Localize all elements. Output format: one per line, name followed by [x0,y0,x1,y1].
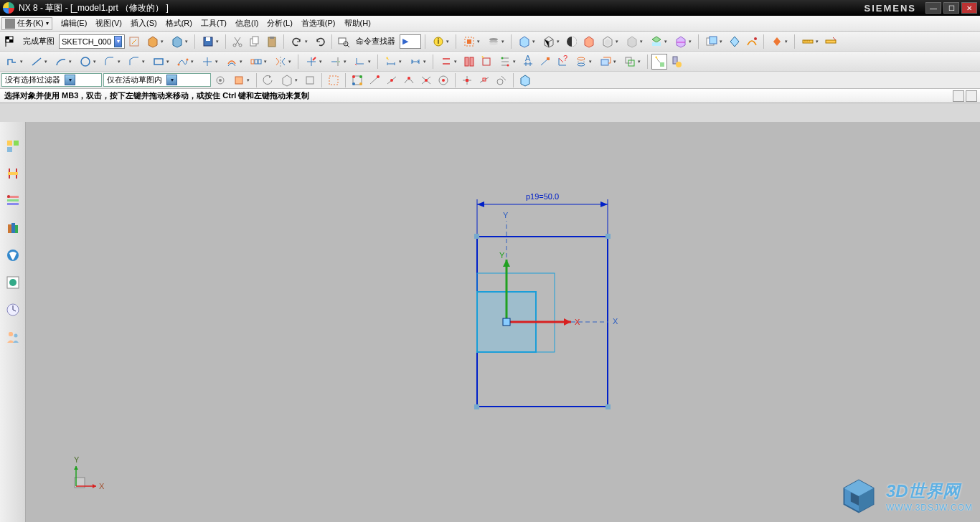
save-icon[interactable] [199,34,222,49]
graphics-canvas[interactable]: p19=50.0 X Y X Y X [26,122,980,522]
constraint-icon[interactable] [437,54,460,70]
maximize-button[interactable]: ☐ [943,2,959,14]
trim-icon[interactable] [302,54,325,70]
arc-icon[interactable] [52,54,75,70]
rectangle-icon[interactable] [149,54,172,70]
prompt-opt1-icon[interactable] [953,90,964,102]
menu-tools[interactable]: 工具(T) [197,18,231,29]
selection-scope-combo[interactable]: 仅在活动草图内▾ [103,73,211,87]
chamfer-icon[interactable] [125,54,148,70]
snap-center-icon[interactable] [435,72,451,88]
menu-help[interactable]: 帮助(H) [340,18,375,29]
measure2-icon[interactable] [823,34,839,49]
task-menu-button[interactable]: 任务(K) ▾ [1,17,52,30]
menu-view[interactable]: 视图(V) [91,18,126,29]
edit-section-icon[interactable] [672,34,694,49]
menu-format[interactable]: 格式(R) [161,18,197,29]
hidden-edges-icon[interactable] [598,34,621,49]
dimension-icon[interactable] [406,54,429,70]
reattach-icon[interactable] [126,34,142,49]
menu-prefs[interactable]: 首选项(P) [297,18,340,29]
menu-info[interactable]: 信息(I) [231,18,263,29]
cut-icon[interactable] [230,34,245,49]
diamond-icon[interactable] [727,34,743,49]
browser-icon[interactable] [3,272,23,293]
snap-oncurve-icon[interactable] [476,72,492,88]
measure-icon[interactable] [798,34,821,49]
update-model-icon[interactable] [143,34,166,49]
reuse-library-icon[interactable] [3,218,23,238]
constraint-navigator-icon[interactable] [3,191,23,211]
auto-dim-icon[interactable] [382,54,405,70]
add-existing-icon[interactable] [621,54,644,70]
prompt-opt2-icon[interactable] [966,90,977,102]
mirror-curve-icon[interactable] [271,54,294,70]
convert-ref-icon[interactable] [496,54,519,70]
vertex-bl[interactable] [474,404,479,409]
offset-curve-icon[interactable] [222,54,245,70]
sel-body-icon[interactable] [278,72,301,88]
command-finder-icon[interactable] [336,34,352,49]
part-navigator-icon[interactable] [3,136,23,156]
view-fit-icon[interactable] [460,34,483,49]
finish-sketch-flag-icon[interactable] [3,34,19,49]
snap-mid-icon[interactable] [384,72,400,88]
copy-icon[interactable] [247,34,263,49]
finish-sketch-label[interactable]: 完成草图 [20,36,57,47]
extend-icon[interactable] [326,54,349,70]
line-icon[interactable] [27,54,50,70]
clip-icon[interactable] [647,34,670,49]
sel-rect-icon[interactable] [326,72,341,88]
true-shading-icon[interactable] [564,34,580,49]
orient-view-icon[interactable] [168,34,191,49]
snap-quadrant-icon[interactable] [459,72,475,88]
wave-icon[interactable] [702,34,725,49]
filter-more-icon[interactable] [230,72,253,88]
snap-point-icon[interactable] [349,72,365,88]
menu-analyze[interactable]: 分析(L) [263,18,296,29]
auto-constraint-icon[interactable] [479,54,494,70]
vertex-tl[interactable] [474,234,479,239]
close-button[interactable]: ✕ [961,2,977,14]
alt-solution-icon[interactable]: ? [555,54,570,70]
point-icon[interactable] [198,54,221,70]
see-thru-icon[interactable] [623,34,646,49]
fillet-icon[interactable] [100,54,123,70]
pattern-curve-icon[interactable] [247,54,270,70]
snap-end-icon[interactable] [367,72,382,88]
menu-edit[interactable]: 编辑(E) [57,18,92,29]
minimize-button[interactable]: — [925,2,941,14]
vertex-br[interactable] [606,404,611,409]
make-corner-icon[interactable] [351,54,374,70]
wcs-icon[interactable]: i [429,34,452,49]
menu-insert[interactable]: 插入(S) [126,18,161,29]
sel-prev-icon[interactable] [260,72,276,88]
hd3d-icon[interactable] [3,245,23,265]
project-curve-icon[interactable] [572,54,595,70]
command-finder-label[interactable]: 命令查找器 [353,36,398,47]
filter-settings-icon[interactable] [212,72,228,88]
assembly-navigator-icon[interactable] [3,163,23,184]
snap-tangent-icon[interactable] [494,72,509,88]
selection-filter-combo[interactable]: 没有选择过滤器▾ [1,73,102,87]
continuous-dim-icon[interactable]: A [520,54,536,70]
spline-icon[interactable] [174,54,197,70]
infer-constraint-icon[interactable] [537,54,553,70]
pmi-icon[interactable] [768,34,791,49]
options-icon[interactable] [744,34,760,49]
dimension-p19[interactable]: p19=50.0 [477,192,608,235]
snap-intersect-icon[interactable] [418,72,434,88]
snap-solid-icon[interactable] [517,72,533,88]
delay-eval-icon[interactable] [669,54,684,70]
wireframe-icon[interactable] [581,34,597,49]
profile-icon[interactable] [3,54,26,70]
intersect-curve-icon[interactable] [596,54,619,70]
sketch-name-combo[interactable]: SKETCH_000▾ [59,34,125,49]
circle-icon[interactable] [76,54,99,70]
roles-icon[interactable] [3,327,23,347]
section-icon[interactable] [540,34,562,49]
render-style-icon[interactable] [515,34,538,49]
command-finder-input[interactable]: ▶ [400,34,421,49]
snap-ctrl-icon[interactable] [401,72,417,88]
undo-icon[interactable] [288,34,311,49]
